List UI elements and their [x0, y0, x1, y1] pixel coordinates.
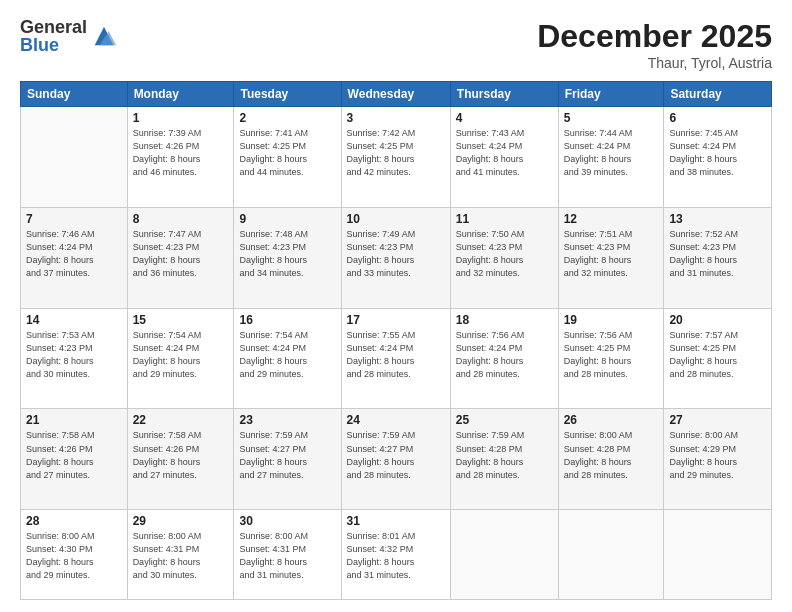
header-saturday: Saturday — [664, 82, 772, 107]
day-number: 14 — [26, 313, 122, 327]
days-header-row: Sunday Monday Tuesday Wednesday Thursday… — [21, 82, 772, 107]
day-number: 1 — [133, 111, 229, 125]
day-info: Sunrise: 7:54 AM Sunset: 4:24 PM Dayligh… — [239, 329, 335, 381]
day-info: Sunrise: 8:00 AM Sunset: 4:29 PM Dayligh… — [669, 429, 766, 481]
day-number: 23 — [239, 413, 335, 427]
table-cell: 2Sunrise: 7:41 AM Sunset: 4:25 PM Daylig… — [234, 107, 341, 208]
table-cell: 14Sunrise: 7:53 AM Sunset: 4:23 PM Dayli… — [21, 308, 128, 409]
calendar-row: 21Sunrise: 7:58 AM Sunset: 4:26 PM Dayli… — [21, 409, 772, 510]
table-cell: 29Sunrise: 8:00 AM Sunset: 4:31 PM Dayli… — [127, 510, 234, 600]
day-info: Sunrise: 7:56 AM Sunset: 4:24 PM Dayligh… — [456, 329, 553, 381]
day-info: Sunrise: 8:01 AM Sunset: 4:32 PM Dayligh… — [347, 530, 445, 582]
day-number: 22 — [133, 413, 229, 427]
header-friday: Friday — [558, 82, 664, 107]
table-cell: 22Sunrise: 7:58 AM Sunset: 4:26 PM Dayli… — [127, 409, 234, 510]
table-cell — [558, 510, 664, 600]
calendar-table: Sunday Monday Tuesday Wednesday Thursday… — [20, 81, 772, 600]
table-cell: 18Sunrise: 7:56 AM Sunset: 4:24 PM Dayli… — [450, 308, 558, 409]
calendar-body: 1Sunrise: 7:39 AM Sunset: 4:26 PM Daylig… — [21, 107, 772, 600]
table-cell: 3Sunrise: 7:42 AM Sunset: 4:25 PM Daylig… — [341, 107, 450, 208]
table-cell — [664, 510, 772, 600]
day-number: 4 — [456, 111, 553, 125]
title-block: December 2025 Thaur, Tyrol, Austria — [537, 18, 772, 71]
day-number: 31 — [347, 514, 445, 528]
day-info: Sunrise: 7:52 AM Sunset: 4:23 PM Dayligh… — [669, 228, 766, 280]
header: General Blue December 2025 Thaur, Tyrol,… — [20, 18, 772, 71]
table-cell: 28Sunrise: 8:00 AM Sunset: 4:30 PM Dayli… — [21, 510, 128, 600]
table-cell: 9Sunrise: 7:48 AM Sunset: 4:23 PM Daylig… — [234, 207, 341, 308]
day-number: 21 — [26, 413, 122, 427]
table-cell: 17Sunrise: 7:55 AM Sunset: 4:24 PM Dayli… — [341, 308, 450, 409]
table-cell: 8Sunrise: 7:47 AM Sunset: 4:23 PM Daylig… — [127, 207, 234, 308]
day-info: Sunrise: 7:49 AM Sunset: 4:23 PM Dayligh… — [347, 228, 445, 280]
day-info: Sunrise: 7:54 AM Sunset: 4:24 PM Dayligh… — [133, 329, 229, 381]
day-number: 8 — [133, 212, 229, 226]
day-info: Sunrise: 8:00 AM Sunset: 4:28 PM Dayligh… — [564, 429, 659, 481]
day-info: Sunrise: 7:59 AM Sunset: 4:28 PM Dayligh… — [456, 429, 553, 481]
day-number: 9 — [239, 212, 335, 226]
table-cell: 15Sunrise: 7:54 AM Sunset: 4:24 PM Dayli… — [127, 308, 234, 409]
table-cell: 30Sunrise: 8:00 AM Sunset: 4:31 PM Dayli… — [234, 510, 341, 600]
calendar-row: 14Sunrise: 7:53 AM Sunset: 4:23 PM Dayli… — [21, 308, 772, 409]
day-number: 5 — [564, 111, 659, 125]
day-number: 19 — [564, 313, 659, 327]
header-thursday: Thursday — [450, 82, 558, 107]
day-info: Sunrise: 7:58 AM Sunset: 4:26 PM Dayligh… — [133, 429, 229, 481]
day-info: Sunrise: 7:55 AM Sunset: 4:24 PM Dayligh… — [347, 329, 445, 381]
table-cell: 25Sunrise: 7:59 AM Sunset: 4:28 PM Dayli… — [450, 409, 558, 510]
day-info: Sunrise: 7:59 AM Sunset: 4:27 PM Dayligh… — [347, 429, 445, 481]
day-info: Sunrise: 7:44 AM Sunset: 4:24 PM Dayligh… — [564, 127, 659, 179]
day-info: Sunrise: 7:41 AM Sunset: 4:25 PM Dayligh… — [239, 127, 335, 179]
day-number: 29 — [133, 514, 229, 528]
day-info: Sunrise: 7:48 AM Sunset: 4:23 PM Dayligh… — [239, 228, 335, 280]
day-info: Sunrise: 7:45 AM Sunset: 4:24 PM Dayligh… — [669, 127, 766, 179]
calendar-row: 28Sunrise: 8:00 AM Sunset: 4:30 PM Dayli… — [21, 510, 772, 600]
table-cell: 23Sunrise: 7:59 AM Sunset: 4:27 PM Dayli… — [234, 409, 341, 510]
table-cell: 4Sunrise: 7:43 AM Sunset: 4:24 PM Daylig… — [450, 107, 558, 208]
table-cell: 1Sunrise: 7:39 AM Sunset: 4:26 PM Daylig… — [127, 107, 234, 208]
day-info: Sunrise: 7:46 AM Sunset: 4:24 PM Dayligh… — [26, 228, 122, 280]
day-number: 7 — [26, 212, 122, 226]
month-title: December 2025 — [537, 18, 772, 55]
table-cell: 6Sunrise: 7:45 AM Sunset: 4:24 PM Daylig… — [664, 107, 772, 208]
day-number: 17 — [347, 313, 445, 327]
calendar-row: 1Sunrise: 7:39 AM Sunset: 4:26 PM Daylig… — [21, 107, 772, 208]
table-cell: 16Sunrise: 7:54 AM Sunset: 4:24 PM Dayli… — [234, 308, 341, 409]
day-info: Sunrise: 7:58 AM Sunset: 4:26 PM Dayligh… — [26, 429, 122, 481]
day-info: Sunrise: 7:56 AM Sunset: 4:25 PM Dayligh… — [564, 329, 659, 381]
logo-general-text: General — [20, 18, 87, 36]
day-info: Sunrise: 8:00 AM Sunset: 4:31 PM Dayligh… — [133, 530, 229, 582]
header-tuesday: Tuesday — [234, 82, 341, 107]
header-wednesday: Wednesday — [341, 82, 450, 107]
day-info: Sunrise: 7:39 AM Sunset: 4:26 PM Dayligh… — [133, 127, 229, 179]
table-cell: 27Sunrise: 8:00 AM Sunset: 4:29 PM Dayli… — [664, 409, 772, 510]
table-cell: 7Sunrise: 7:46 AM Sunset: 4:24 PM Daylig… — [21, 207, 128, 308]
day-number: 10 — [347, 212, 445, 226]
day-info: Sunrise: 7:42 AM Sunset: 4:25 PM Dayligh… — [347, 127, 445, 179]
table-cell: 26Sunrise: 8:00 AM Sunset: 4:28 PM Dayli… — [558, 409, 664, 510]
day-info: Sunrise: 7:53 AM Sunset: 4:23 PM Dayligh… — [26, 329, 122, 381]
day-number: 24 — [347, 413, 445, 427]
day-number: 6 — [669, 111, 766, 125]
day-number: 13 — [669, 212, 766, 226]
location: Thaur, Tyrol, Austria — [537, 55, 772, 71]
day-number: 28 — [26, 514, 122, 528]
day-number: 3 — [347, 111, 445, 125]
day-info: Sunrise: 8:00 AM Sunset: 4:31 PM Dayligh… — [239, 530, 335, 582]
table-cell — [21, 107, 128, 208]
day-info: Sunrise: 7:59 AM Sunset: 4:27 PM Dayligh… — [239, 429, 335, 481]
header-monday: Monday — [127, 82, 234, 107]
table-cell: 20Sunrise: 7:57 AM Sunset: 4:25 PM Dayli… — [664, 308, 772, 409]
day-info: Sunrise: 7:50 AM Sunset: 4:23 PM Dayligh… — [456, 228, 553, 280]
calendar-row: 7Sunrise: 7:46 AM Sunset: 4:24 PM Daylig… — [21, 207, 772, 308]
day-info: Sunrise: 7:57 AM Sunset: 4:25 PM Dayligh… — [669, 329, 766, 381]
table-cell: 31Sunrise: 8:01 AM Sunset: 4:32 PM Dayli… — [341, 510, 450, 600]
table-cell: 5Sunrise: 7:44 AM Sunset: 4:24 PM Daylig… — [558, 107, 664, 208]
day-number: 30 — [239, 514, 335, 528]
logo-icon — [90, 22, 118, 50]
table-cell: 10Sunrise: 7:49 AM Sunset: 4:23 PM Dayli… — [341, 207, 450, 308]
day-info: Sunrise: 7:51 AM Sunset: 4:23 PM Dayligh… — [564, 228, 659, 280]
calendar-page: General Blue December 2025 Thaur, Tyrol,… — [0, 0, 792, 612]
day-info: Sunrise: 7:43 AM Sunset: 4:24 PM Dayligh… — [456, 127, 553, 179]
header-sunday: Sunday — [21, 82, 128, 107]
